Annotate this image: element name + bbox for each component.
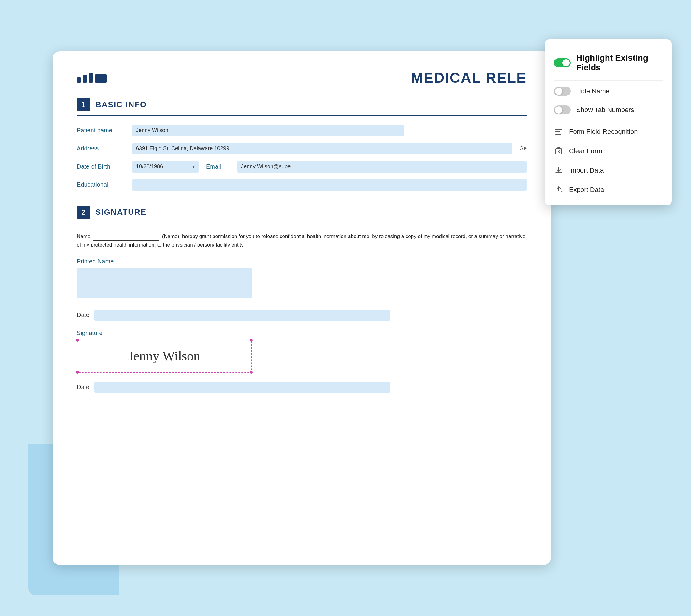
date-field-1[interactable]: [94, 310, 390, 321]
svg-rect-2: [555, 134, 561, 135]
date-label-1: Date: [77, 311, 89, 318]
import-icon: [554, 166, 563, 175]
dob-label: Date of Birth: [77, 163, 125, 170]
patient-name-row: Patient name: [77, 125, 527, 136]
sig-name-underline: [93, 232, 159, 241]
section-1-header: 1 BASIC INFO: [77, 98, 527, 116]
logo-bar-2: [83, 75, 87, 83]
address-label: Address: [77, 145, 125, 152]
form-header: MEDICAL RELE: [77, 69, 527, 86]
signature-value: Jenny Wilson: [128, 348, 200, 364]
section-basic-info: 1 BASIC INFO Patient name Address Ge Dat…: [77, 98, 527, 191]
printed-name-label: Printed Name: [77, 258, 527, 265]
menu-item-export[interactable]: Export Data: [554, 180, 663, 199]
address-input[interactable]: [132, 143, 512, 154]
email-input[interactable]: [237, 161, 527, 173]
email-label: Email: [206, 163, 230, 170]
form-field-icon: [554, 127, 563, 136]
logo: [77, 72, 107, 83]
section-signature: 2 SIGNATURE Name (Name), hereby grant pe…: [77, 206, 527, 393]
context-menu: Highlight Existing Fields Hide Name Show…: [545, 39, 672, 205]
educational-label: Educational: [77, 181, 125, 188]
svg-rect-1: [555, 131, 560, 132]
signature-label: Signature: [77, 330, 527, 336]
form-card: MEDICAL RELE 1 BASIC INFO Patient name A…: [52, 51, 551, 565]
export-icon: [554, 185, 563, 195]
highlight-toggle-thumb: [562, 59, 570, 66]
menu-item-clear-form[interactable]: Clear Form: [554, 141, 663, 161]
logo-square: [95, 74, 107, 83]
clear-form-icon: [554, 146, 563, 156]
highlight-toggle[interactable]: [554, 58, 571, 67]
dob-email-row: Date of Birth ▼ Email: [77, 161, 527, 173]
hide-name-toggle-thumb: [555, 88, 562, 95]
menu-item-form-field[interactable]: Form Field Recognition: [554, 122, 663, 141]
highlight-label: Highlight Existing Fields: [576, 53, 663, 72]
educational-input[interactable]: [132, 179, 527, 191]
menu-divider-1: [554, 80, 663, 81]
printed-name-date-row: [77, 268, 527, 301]
date-row-1: Date: [77, 310, 527, 321]
show-tab-toggle[interactable]: [554, 106, 571, 114]
section-2-title: SIGNATURE: [95, 207, 147, 217]
clear-form-label: Clear Form: [569, 147, 602, 155]
date-label-2: Date: [77, 384, 89, 391]
scene: MEDICAL RELE 1 BASIC INFO Patient name A…: [28, 21, 663, 595]
date-row-2: Date: [77, 382, 527, 393]
menu-item-import[interactable]: Import Data: [554, 161, 663, 180]
menu-divider-2: [554, 120, 663, 121]
educational-row: Educational: [77, 179, 527, 191]
logo-bar-1: [77, 78, 81, 83]
section-2-number: 2: [77, 206, 90, 219]
patient-name-input[interactable]: [132, 125, 404, 136]
dob-input[interactable]: [132, 161, 199, 173]
menu-item-highlight[interactable]: Highlight Existing Fields: [554, 48, 663, 78]
sig-corner-tl: [76, 339, 79, 342]
sig-paragraph: Name (Name), hereby grant permission for…: [77, 232, 527, 249]
signature-box[interactable]: Jenny Wilson: [77, 339, 252, 373]
section-1-number: 1: [77, 98, 90, 111]
menu-item-hide-name[interactable]: Hide Name: [554, 82, 663, 101]
signature-date-row: Jenny Wilson: [77, 339, 527, 373]
svg-rect-0: [555, 129, 562, 130]
section-2-header: 2 SIGNATURE: [77, 206, 527, 223]
sig-corner-bl: [76, 371, 79, 374]
menu-item-show-tab[interactable]: Show Tab Numbers: [554, 101, 663, 119]
export-label: Export Data: [569, 186, 604, 194]
sig-corner-br: [250, 371, 253, 374]
show-tab-label: Show Tab Numbers: [576, 106, 634, 114]
sig-corner-tr: [250, 339, 253, 342]
date-field-2[interactable]: [94, 382, 390, 393]
address-extra: Ge: [519, 145, 527, 152]
form-field-label: Form Field Recognition: [569, 128, 638, 136]
address-row: Address Ge: [77, 143, 527, 154]
import-label: Import Data: [569, 167, 604, 174]
patient-name-label: Patient name: [77, 127, 125, 134]
logo-bar-3: [89, 72, 93, 83]
hide-name-label: Hide Name: [576, 87, 609, 95]
sig-name-label: Name: [77, 234, 90, 239]
form-title: MEDICAL RELE: [411, 69, 527, 86]
dob-wrapper: ▼: [132, 161, 199, 173]
section-1-title: BASIC INFO: [95, 100, 147, 109]
printed-name-input[interactable]: [77, 268, 252, 298]
hide-name-toggle[interactable]: [554, 87, 571, 96]
show-tab-toggle-thumb: [555, 106, 562, 114]
